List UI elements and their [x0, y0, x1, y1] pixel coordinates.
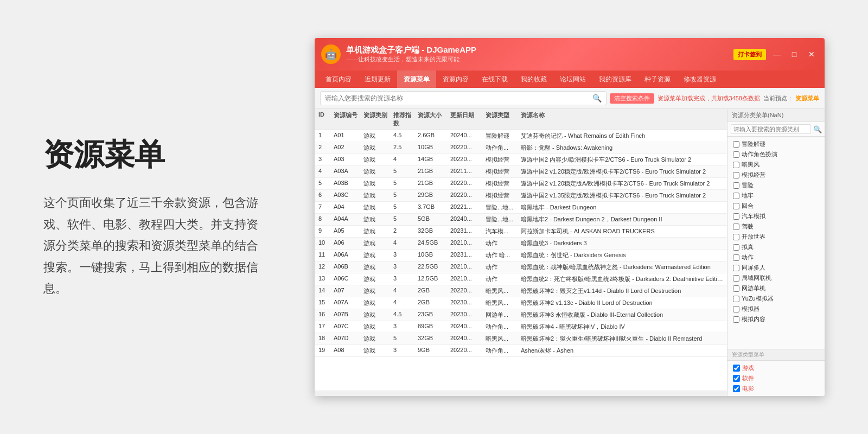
nav-item-我的收藏[interactable]: 我的收藏: [514, 71, 553, 88]
table-row[interactable]: 10A06游戏424.5GB20210...动作暗黑血统3 - Darkside…: [315, 238, 727, 250]
table-cell: 暗黑风...: [484, 333, 519, 344]
category-checkbox[interactable]: [733, 234, 739, 240]
category-checkbox[interactable]: [733, 162, 739, 168]
nav-item-近期更新[interactable]: 近期更新: [358, 71, 397, 88]
table-row[interactable]: 12A06B游戏322.5GB20210...动作暗黑血统：战神版/暗黑血统战神…: [315, 261, 727, 273]
table-row[interactable]: 15A07A游戏42GB20230...暗黑风...暗黑破坏神2 v1.13c …: [315, 297, 727, 309]
category-item[interactable]: 冒险: [727, 180, 825, 190]
table-row[interactable]: 14A07游戏42GB20220...暗黑风...暗黑破坏神2：毁灭之王v1.1…: [315, 285, 727, 297]
category-checkbox[interactable]: [733, 316, 739, 323]
table-row[interactable]: 16A07B游戏4.523GB20230...网游单...暗黑破坏神3 永恒收藏…: [315, 309, 727, 321]
category-label: 回合: [742, 202, 754, 210]
table-cell: 模拟经营: [484, 178, 519, 189]
table-cell: 21GB: [416, 166, 449, 177]
table-cell: A06A: [332, 250, 362, 261]
category-checkbox[interactable]: [733, 224, 739, 230]
table-row[interactable]: 5A03B游戏521GB20220...模拟经营遨游中国2 v1.20稳定版A/…: [315, 178, 727, 190]
clear-search-button[interactable]: 清空搜索条件: [610, 93, 654, 104]
nav-item-修改器资源[interactable]: 修改器资源: [677, 71, 723, 88]
type-item[interactable]: 软件: [727, 373, 825, 384]
table-cell: 遨游中国2 v1.20稳定版A/欧洲模拟卡车2/CTS6 - Euro Truc…: [519, 178, 725, 189]
table-cell: A04: [332, 202, 362, 213]
table-row[interactable]: 1A01游戏4.52.6GB20240...冒险解谜艾迪芬奇的记忆 - What…: [315, 130, 727, 142]
category-item[interactable]: 拟真: [727, 242, 825, 252]
category-item[interactable]: 动作角色扮演: [727, 149, 825, 159]
table-cell: 10: [317, 238, 332, 249]
table-row[interactable]: 6A03C游戏529GB20220...模拟经营遨游中国2 v1.35限定版/欧…: [315, 190, 727, 202]
nav-item-首页内容[interactable]: 首页内容: [319, 71, 358, 88]
category-item[interactable]: 模拟器: [727, 304, 825, 314]
nav-item-资源内容[interactable]: 资源内容: [436, 71, 475, 88]
table-row[interactable]: 9A05游戏232GB20231...汽车模...阿拉斯加卡车司机 - ALAS…: [315, 226, 727, 238]
search-input[interactable]: [325, 94, 589, 102]
category-item[interactable]: 网游单机: [727, 283, 825, 293]
category-checkbox[interactable]: [733, 285, 739, 292]
category-item[interactable]: 驾驶: [727, 221, 825, 232]
table-cell: 20210...: [449, 261, 484, 273]
current-preview-value: 资源菜单: [795, 94, 819, 103]
nav-item-种子资源[interactable]: 种子资源: [638, 71, 677, 88]
table-row[interactable]: 18A07D游戏532GB20240...暗黑风...暗黑破坏神2：狱火重生/暗…: [315, 333, 727, 345]
category-item[interactable]: 开放世界: [727, 232, 825, 242]
category-checkbox[interactable]: [733, 193, 739, 199]
category-label: 动作角色扮演: [742, 150, 777, 158]
category-item[interactable]: 冒险解谜: [727, 139, 825, 149]
type-checkbox[interactable]: [733, 385, 740, 392]
signin-button[interactable]: 打卡签到: [733, 49, 766, 60]
table-body[interactable]: 1A01游戏4.52.6GB20240...冒险解谜艾迪芬奇的记忆 - What…: [315, 130, 727, 391]
category-checkbox[interactable]: [733, 254, 739, 261]
table-row[interactable]: 3A03游戏414GB20220...模拟经营遨游中国2 内容少/欧洲模拟卡车2…: [315, 154, 727, 166]
type-item[interactable]: 电影: [727, 384, 825, 394]
nav-item-论坛网站[interactable]: 论坛网站: [553, 71, 592, 88]
category-checkbox[interactable]: [733, 141, 739, 148]
category-checkbox[interactable]: [733, 203, 739, 209]
category-checkbox[interactable]: [733, 306, 739, 312]
category-search-input[interactable]: [731, 124, 811, 134]
table-row[interactable]: 19A08游戏39GB20220...动作角...Ashen/灰烬 - Ashe…: [315, 345, 727, 357]
category-item[interactable]: 同屏多人: [727, 263, 825, 273]
type-item[interactable]: 游戏: [727, 363, 825, 373]
table-row[interactable]: 2A02游戏2.510GB20220...动作角...暗影：觉醒 - Shado…: [315, 142, 727, 154]
nav-item-我的资源库[interactable]: 我的资源库: [592, 71, 638, 88]
type-label: 电影: [742, 385, 754, 393]
category-checkbox[interactable]: [733, 275, 739, 282]
category-item[interactable]: 模拟经营: [727, 170, 825, 180]
category-checkbox[interactable]: [733, 182, 739, 189]
type-checkbox[interactable]: [733, 365, 740, 372]
category-item[interactable]: 模拟内容: [727, 314, 825, 324]
category-item[interactable]: 暗黑风: [727, 159, 825, 170]
table-cell: A03A: [332, 166, 362, 177]
minimize-button[interactable]: —: [770, 48, 783, 61]
table-row[interactable]: 8A04A游戏55GB20240...冒险...地...暗黑地牢2 - Dark…: [315, 214, 727, 226]
table-row[interactable]: 11A06A游戏310GB20231...动作 暗...暗黑血统：创世纪 - D…: [315, 250, 727, 261]
category-item[interactable]: 地牢: [727, 190, 825, 201]
nav-item-在线下载[interactable]: 在线下载: [475, 71, 514, 88]
table-scrollbar[interactable]: [315, 391, 727, 396]
maximize-button[interactable]: □: [788, 48, 801, 61]
table-cell: 游戏: [362, 285, 392, 297]
table-row[interactable]: 17A07C游戏389GB20240...动作角...暗黑破坏神4 - 暗黑破坏…: [315, 321, 727, 333]
category-checkbox[interactable]: [733, 244, 739, 251]
category-checkbox[interactable]: [733, 265, 739, 271]
type-checkbox[interactable]: [733, 375, 740, 382]
search-input-wrapper[interactable]: 🔍: [320, 91, 607, 105]
category-checkbox[interactable]: [733, 172, 739, 178]
category-item[interactable]: 局域网联机: [727, 273, 825, 283]
category-item[interactable]: 汽车模拟: [727, 211, 825, 221]
category-checkbox[interactable]: [733, 296, 739, 302]
table-row[interactable]: 4A03A游戏521GB20211...模拟经营遨游中国2 v1.20稳定版/欧…: [315, 166, 727, 178]
nav-item-资源菜单[interactable]: 资源菜单: [397, 71, 436, 88]
table-cell: 遨游中国2 内容少/欧洲模拟卡车2/CTS6 - Euro Truck Simu…: [519, 154, 725, 165]
table-cell: A07A: [332, 297, 362, 309]
category-item[interactable]: 动作: [727, 252, 825, 263]
table-row[interactable]: 13A06C游戏312.5GB20210...动作暗黑血统2：死亡终极版/暗黑血…: [315, 273, 727, 285]
close-button[interactable]: ✕: [805, 48, 818, 61]
table-cell: 5: [392, 214, 416, 225]
category-checkbox[interactable]: [733, 213, 739, 220]
sidebar-search[interactable]: 🔍: [727, 122, 825, 137]
table-row[interactable]: 7A04游戏53.7GB20221...冒险...地...暗黑地牢 - Dark…: [315, 202, 727, 214]
category-item[interactable]: 回合: [727, 201, 825, 211]
category-checkbox[interactable]: [733, 151, 739, 158]
category-item[interactable]: YuZu模拟器: [727, 293, 825, 304]
category-search-button[interactable]: 🔍: [813, 125, 822, 133]
